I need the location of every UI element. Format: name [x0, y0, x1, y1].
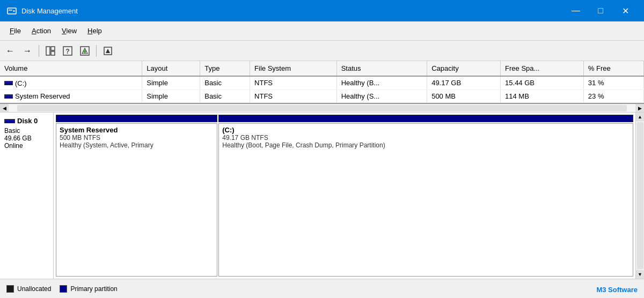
legend-primary-partition: Primary partition: [60, 285, 117, 293]
cell-percentfree: 23 %: [583, 90, 643, 103]
svg-point-1: [13, 10, 15, 12]
footer-legend: Unallocated Primary partition: [0, 279, 644, 298]
app-icon: [6, 5, 17, 16]
cell-type: Basic: [200, 90, 250, 103]
disk-partitions-row: System Reserved 500 MB NTFS Healthy (Sys…: [56, 123, 633, 277]
col-freespace: Free Spa...: [501, 61, 584, 76]
menu-help[interactable]: Help: [82, 25, 107, 37]
main-content: Volume Layout Type File System Status Ca…: [0, 61, 644, 298]
col-status: Status: [336, 61, 427, 76]
horizontal-scrollbar[interactable]: ◀ ▶: [0, 104, 644, 113]
col-capacity: Capacity: [427, 61, 501, 76]
scroll-right-arrow[interactable]: ▶: [635, 104, 644, 113]
toolbar-separator-2: [96, 45, 97, 57]
col-type: Type: [200, 61, 250, 76]
close-button[interactable]: ✕: [613, 0, 638, 21]
forward-button[interactable]: →: [19, 43, 35, 59]
svg-rect-4: [51, 47, 55, 50]
volume-table-container: Volume Layout Type File System Status Ca…: [0, 61, 644, 104]
svg-rect-2: [9, 10, 12, 11]
legend-unallocated: Unallocated: [6, 285, 51, 293]
scroll-up-arrow[interactable]: ▲: [636, 113, 645, 121]
menu-view[interactable]: View: [56, 25, 82, 37]
cell-capacity: 500 MB: [427, 90, 501, 103]
cell-filesystem: NTFS: [250, 90, 337, 103]
system-reserved-bar: [56, 115, 217, 122]
col-volume: Volume: [0, 61, 142, 76]
partition-system-reserved[interactable]: System Reserved 500 MB NTFS Healthy (Sys…: [56, 123, 217, 277]
svg-marker-12: [106, 49, 110, 53]
cell-volume: (C:): [0, 76, 142, 90]
properties-button[interactable]: [77, 43, 93, 59]
svg-rect-3: [46, 47, 50, 55]
disk-bar-row: [56, 115, 633, 122]
menu-action[interactable]: Action: [26, 25, 56, 37]
col-filesystem: File System: [250, 61, 337, 76]
legend-primary-label: Primary partition: [70, 285, 117, 293]
snap-button[interactable]: [100, 43, 116, 59]
scrollbar-track[interactable]: [17, 105, 627, 111]
disk-visual-section: Disk 0 Basic 49.66 GB Online: [0, 113, 644, 279]
col-percentfree: % Free: [583, 61, 643, 76]
maximize-button[interactable]: □: [588, 0, 613, 21]
c-drive-bar: [218, 115, 633, 122]
partition-c-drive[interactable]: (C:) 49.17 GB NTFS Healthy (Boot, Page F…: [218, 123, 633, 277]
menu-bar: File Action View Help: [0, 21, 644, 41]
table-row[interactable]: System Reserved Simple Basic NTFS Health…: [0, 90, 644, 103]
disk-visual-inner: Disk 0 Basic 49.66 GB Online: [0, 113, 644, 279]
cell-status: Healthy (B...: [336, 76, 427, 90]
disk-area: Disk 0 Basic 49.66 GB Online: [0, 113, 644, 279]
title-bar: Disk Management — □ ✕: [0, 0, 644, 21]
svg-rect-5: [51, 51, 55, 55]
cell-freespace: 15.44 GB: [501, 76, 584, 90]
table-header-row: Volume Layout Type File System Status Ca…: [0, 61, 644, 76]
unallocated-color-box: [6, 285, 14, 293]
minimize-button[interactable]: —: [564, 0, 588, 21]
toolbar: ← → ?: [0, 41, 644, 61]
cell-status: Healthy (S...: [336, 90, 427, 103]
cell-percentfree: 31 %: [583, 76, 643, 90]
disk-stripe-icon: [4, 81, 13, 85]
menu-file[interactable]: File: [4, 25, 26, 37]
table-row[interactable]: (C:) Simple Basic NTFS Healthy (B... 49.…: [0, 76, 644, 90]
toolbar-separator-1: [39, 45, 39, 57]
primary-partition-color-box: [60, 285, 67, 293]
legend-unallocated-label: Unallocated: [17, 285, 51, 293]
cell-volume: System Reserved: [0, 90, 142, 103]
volume-table: Volume Layout Type File System Status Ca…: [0, 61, 644, 103]
svg-rect-0: [8, 8, 16, 14]
scroll-down-arrow[interactable]: ▼: [636, 270, 645, 279]
cell-type: Basic: [200, 76, 250, 90]
back-button[interactable]: ←: [2, 43, 18, 59]
snap-icon: [103, 46, 113, 56]
watermark: M3 Software: [596, 286, 638, 294]
help-icon: ?: [63, 46, 72, 56]
svg-rect-10: [84, 50, 86, 53]
disk-sidebar: Disk 0 Basic 49.66 GB Online: [0, 113, 54, 279]
cell-capacity: 49.17 GB: [427, 76, 501, 90]
col-layout: Layout: [142, 61, 200, 76]
cell-layout: Simple: [142, 90, 200, 103]
vertical-scrollbar[interactable]: ▲ ▼: [635, 113, 644, 279]
disk-partition-visual: System Reserved 500 MB NTFS Healthy (Sys…: [54, 113, 635, 279]
disk-sidebar-stripe-icon: [4, 119, 15, 123]
disk-stripe-icon: [4, 94, 13, 99]
svg-text:?: ?: [65, 48, 69, 55]
scroll-left-arrow[interactable]: ◀: [0, 104, 9, 113]
help-button[interactable]: ?: [60, 43, 76, 59]
console-tree-icon: [46, 46, 55, 56]
properties-icon: [80, 46, 90, 56]
cell-filesystem: NTFS: [250, 76, 337, 90]
cell-freespace: 114 MB: [501, 90, 584, 103]
window-title: Disk Management: [21, 7, 564, 15]
window-controls: — □ ✕: [564, 0, 638, 21]
cell-layout: Simple: [142, 76, 200, 90]
show-hide-console-button[interactable]: [42, 43, 58, 59]
vertical-scrollbar-track[interactable]: [637, 122, 643, 269]
